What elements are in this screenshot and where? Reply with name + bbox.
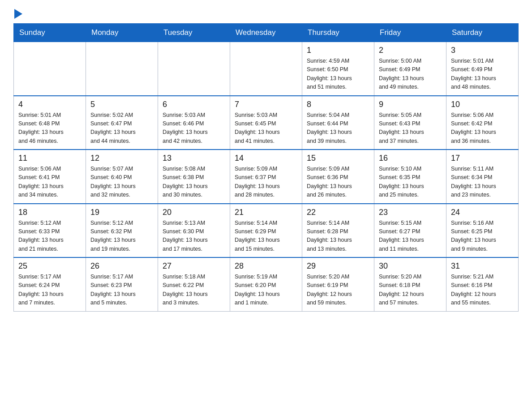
calendar-cell: 11Sunrise: 5:06 AMSunset: 6:41 PMDayligh… — [14, 150, 86, 204]
calendar-week-row: 4Sunrise: 5:01 AMSunset: 6:48 PMDaylight… — [14, 96, 519, 150]
day-number: 27 — [163, 261, 225, 271]
calendar-cell: 17Sunrise: 5:11 AMSunset: 6:34 PMDayligh… — [446, 150, 519, 204]
day-number: 28 — [235, 261, 297, 271]
day-info: Sunrise: 5:06 AMSunset: 6:41 PMDaylight:… — [18, 165, 81, 200]
logo-triangle-icon — [14, 9, 22, 19]
calendar-day-header: Sunday — [14, 24, 86, 42]
day-info: Sunrise: 5:17 AMSunset: 6:24 PMDaylight:… — [18, 273, 81, 308]
calendar-header-row: SundayMondayTuesdayWednesdayThursdayFrid… — [14, 24, 519, 42]
calendar-cell: 2Sunrise: 5:00 AMSunset: 6:49 PMDaylight… — [374, 42, 446, 96]
day-info: Sunrise: 5:05 AMSunset: 6:43 PMDaylight:… — [379, 111, 442, 146]
day-number: 6 — [163, 100, 225, 109]
day-number: 11 — [18, 154, 81, 163]
calendar-cell: 4Sunrise: 5:01 AMSunset: 6:48 PMDaylight… — [14, 96, 86, 150]
day-number: 13 — [163, 154, 225, 163]
calendar-cell: 16Sunrise: 5:10 AMSunset: 6:35 PMDayligh… — [374, 150, 446, 204]
day-info: Sunrise: 5:03 AMSunset: 6:45 PMDaylight:… — [235, 111, 297, 146]
day-info: Sunrise: 5:13 AMSunset: 6:30 PMDaylight:… — [163, 219, 225, 254]
day-info: Sunrise: 5:19 AMSunset: 6:20 PMDaylight:… — [235, 273, 297, 308]
day-info: Sunrise: 5:01 AMSunset: 6:48 PMDaylight:… — [18, 111, 81, 146]
day-number: 2 — [379, 46, 442, 55]
day-number: 8 — [307, 100, 369, 109]
calendar-cell: 20Sunrise: 5:13 AMSunset: 6:30 PMDayligh… — [158, 204, 230, 258]
calendar-day-header: Wednesday — [230, 24, 302, 42]
day-info: Sunrise: 5:20 AMSunset: 6:19 PMDaylight:… — [307, 273, 369, 308]
calendar-cell: 24Sunrise: 5:16 AMSunset: 6:25 PMDayligh… — [446, 204, 519, 258]
day-info: Sunrise: 5:06 AMSunset: 6:42 PMDaylight:… — [451, 111, 514, 146]
calendar-week-row: 1Sunrise: 4:59 AMSunset: 6:50 PMDaylight… — [14, 42, 519, 96]
day-info: Sunrise: 5:20 AMSunset: 6:18 PMDaylight:… — [379, 273, 442, 308]
calendar-cell: 6Sunrise: 5:03 AMSunset: 6:46 PMDaylight… — [158, 96, 230, 150]
day-number: 9 — [379, 100, 442, 109]
day-info: Sunrise: 5:11 AMSunset: 6:34 PMDaylight:… — [451, 165, 514, 200]
calendar-cell: 10Sunrise: 5:06 AMSunset: 6:42 PMDayligh… — [446, 96, 519, 150]
day-number: 31 — [451, 261, 514, 271]
day-info: Sunrise: 5:03 AMSunset: 6:46 PMDaylight:… — [163, 111, 225, 146]
calendar-cell: 8Sunrise: 5:04 AMSunset: 6:44 PMDaylight… — [302, 96, 374, 150]
day-number: 30 — [379, 261, 442, 271]
day-info: Sunrise: 5:18 AMSunset: 6:22 PMDaylight:… — [163, 273, 225, 308]
calendar-day-header: Monday — [86, 24, 158, 42]
calendar-cell: 25Sunrise: 5:17 AMSunset: 6:24 PMDayligh… — [14, 257, 86, 311]
day-info: Sunrise: 5:21 AMSunset: 6:16 PMDaylight:… — [451, 273, 514, 308]
calendar-cell: 31Sunrise: 5:21 AMSunset: 6:16 PMDayligh… — [446, 257, 519, 311]
day-number: 19 — [90, 208, 153, 217]
calendar-cell: 28Sunrise: 5:19 AMSunset: 6:20 PMDayligh… — [230, 257, 302, 311]
calendar-cell: 3Sunrise: 5:01 AMSunset: 6:49 PMDaylight… — [446, 42, 519, 96]
day-info: Sunrise: 5:17 AMSunset: 6:23 PMDaylight:… — [90, 273, 153, 308]
day-info: Sunrise: 5:01 AMSunset: 6:49 PMDaylight:… — [451, 57, 514, 92]
day-info: Sunrise: 5:12 AMSunset: 6:33 PMDaylight:… — [18, 219, 81, 254]
day-number: 5 — [90, 100, 153, 109]
calendar-cell: 7Sunrise: 5:03 AMSunset: 6:45 PMDaylight… — [230, 96, 302, 150]
calendar-cell — [230, 42, 302, 96]
day-number: 12 — [90, 154, 153, 163]
day-number: 29 — [307, 261, 369, 271]
day-info: Sunrise: 5:00 AMSunset: 6:49 PMDaylight:… — [379, 57, 442, 92]
calendar-day-header: Saturday — [446, 24, 519, 42]
day-number: 21 — [235, 208, 297, 217]
day-number: 1 — [307, 46, 369, 55]
calendar-week-row: 25Sunrise: 5:17 AMSunset: 6:24 PMDayligh… — [14, 257, 519, 311]
calendar-day-header: Tuesday — [158, 24, 230, 42]
calendar-cell: 23Sunrise: 5:15 AMSunset: 6:27 PMDayligh… — [374, 204, 446, 258]
calendar-day-header: Friday — [374, 24, 446, 42]
day-info: Sunrise: 5:09 AMSunset: 6:37 PMDaylight:… — [235, 165, 297, 200]
calendar-cell: 12Sunrise: 5:07 AMSunset: 6:40 PMDayligh… — [86, 150, 158, 204]
calendar-cell: 22Sunrise: 5:14 AMSunset: 6:28 PMDayligh… — [302, 204, 374, 258]
calendar-cell: 19Sunrise: 5:12 AMSunset: 6:32 PMDayligh… — [86, 204, 158, 258]
day-info: Sunrise: 4:59 AMSunset: 6:50 PMDaylight:… — [307, 57, 369, 92]
calendar-cell: 13Sunrise: 5:08 AMSunset: 6:38 PMDayligh… — [158, 150, 230, 204]
calendar-cell: 1Sunrise: 4:59 AMSunset: 6:50 PMDaylight… — [302, 42, 374, 96]
day-number: 25 — [18, 261, 81, 271]
logo — [13, 9, 22, 19]
day-number: 20 — [163, 208, 225, 217]
day-info: Sunrise: 5:02 AMSunset: 6:47 PMDaylight:… — [90, 111, 153, 146]
day-number: 3 — [451, 46, 514, 55]
calendar-week-row: 18Sunrise: 5:12 AMSunset: 6:33 PMDayligh… — [14, 204, 519, 258]
day-number: 23 — [379, 208, 442, 217]
day-info: Sunrise: 5:12 AMSunset: 6:32 PMDaylight:… — [90, 219, 153, 254]
day-info: Sunrise: 5:07 AMSunset: 6:40 PMDaylight:… — [90, 165, 153, 200]
calendar-cell: 18Sunrise: 5:12 AMSunset: 6:33 PMDayligh… — [14, 204, 86, 258]
calendar-cell: 21Sunrise: 5:14 AMSunset: 6:29 PMDayligh… — [230, 204, 302, 258]
day-info: Sunrise: 5:08 AMSunset: 6:38 PMDaylight:… — [163, 165, 225, 200]
day-number: 16 — [379, 154, 442, 163]
day-number: 4 — [18, 100, 81, 109]
calendar-cell: 5Sunrise: 5:02 AMSunset: 6:47 PMDaylight… — [86, 96, 158, 150]
day-number: 22 — [307, 208, 369, 217]
calendar-cell: 9Sunrise: 5:05 AMSunset: 6:43 PMDaylight… — [374, 96, 446, 150]
calendar-cell: 15Sunrise: 5:09 AMSunset: 6:36 PMDayligh… — [302, 150, 374, 204]
day-info: Sunrise: 5:15 AMSunset: 6:27 PMDaylight:… — [379, 219, 442, 254]
day-info: Sunrise: 5:10 AMSunset: 6:35 PMDaylight:… — [379, 165, 442, 200]
calendar-cell — [86, 42, 158, 96]
day-info: Sunrise: 5:09 AMSunset: 6:36 PMDaylight:… — [307, 165, 369, 200]
page-header — [13, 9, 519, 19]
day-number: 18 — [18, 208, 81, 217]
calendar-cell: 27Sunrise: 5:18 AMSunset: 6:22 PMDayligh… — [158, 257, 230, 311]
day-number: 10 — [451, 100, 514, 109]
day-info: Sunrise: 5:16 AMSunset: 6:25 PMDaylight:… — [451, 219, 514, 254]
calendar-cell: 26Sunrise: 5:17 AMSunset: 6:23 PMDayligh… — [86, 257, 158, 311]
day-number: 24 — [451, 208, 514, 217]
day-info: Sunrise: 5:04 AMSunset: 6:44 PMDaylight:… — [307, 111, 369, 146]
day-number: 7 — [235, 100, 297, 109]
